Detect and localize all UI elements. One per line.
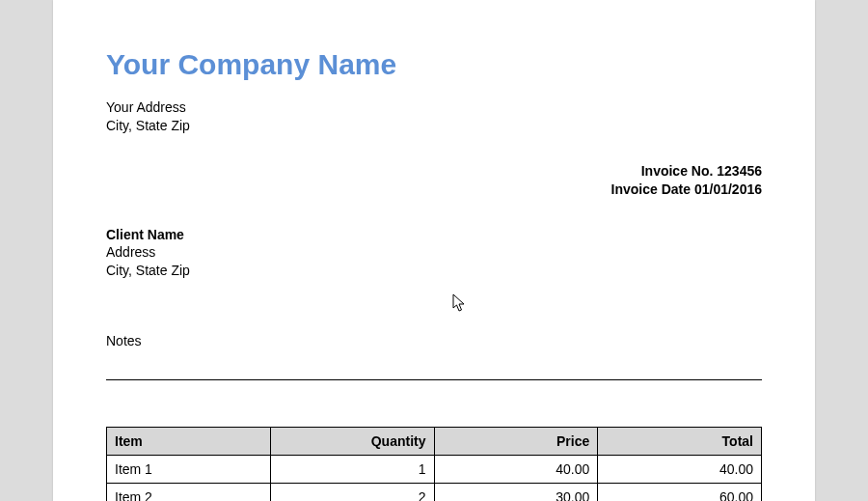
cell-item: Item 2 [107, 484, 271, 501]
invoice-meta: Invoice No. 123456 Invoice Date 01/01/20… [106, 162, 762, 199]
client-name: Client Name [106, 226, 762, 244]
cell-item: Item 1 [107, 456, 271, 484]
header-item: Item [107, 428, 271, 456]
invoice-number-label: Invoice No. [641, 163, 714, 179]
invoice-number: Invoice No. 123456 [106, 162, 762, 181]
client-address-line2: City, State Zip [106, 262, 762, 280]
table-row: Item 2 2 30.00 60.00 [107, 484, 762, 501]
cell-quantity: 2 [270, 484, 434, 501]
notes-label: Notes [106, 333, 762, 348]
cell-price: 30.00 [434, 484, 598, 501]
notes-section: Notes [106, 333, 762, 380]
client-block: Client Name Address City, State Zip [106, 226, 762, 281]
invoice-date-value: 01/01/2016 [694, 181, 762, 197]
items-table: Item Quantity Price Total Item 1 1 40.00… [106, 427, 762, 501]
header-quantity: Quantity [270, 428, 434, 456]
notes-rule [106, 379, 762, 380]
table-row: Item 1 1 40.00 40.00 [107, 456, 762, 484]
client-address-line1: Address [106, 243, 762, 262]
cell-price: 40.00 [434, 456, 598, 484]
company-address: Your Address City, State Zip [106, 98, 762, 135]
header-total: Total [598, 428, 762, 456]
header-price: Price [434, 428, 598, 456]
company-address-line1: Your Address [106, 98, 762, 117]
table-header-row: Item Quantity Price Total [107, 428, 762, 456]
cell-quantity: 1 [270, 456, 434, 484]
cell-total: 40.00 [598, 456, 762, 484]
invoice-page: Your Company Name Your Address City, Sta… [53, 0, 815, 501]
invoice-date: Invoice Date 01/01/2016 [106, 181, 762, 199]
cell-total: 60.00 [598, 484, 762, 501]
invoice-date-label: Invoice Date [611, 181, 691, 197]
invoice-number-value: 123456 [717, 163, 762, 179]
company-name: Your Company Name [106, 48, 762, 81]
company-address-line2: City, State Zip [106, 117, 762, 135]
